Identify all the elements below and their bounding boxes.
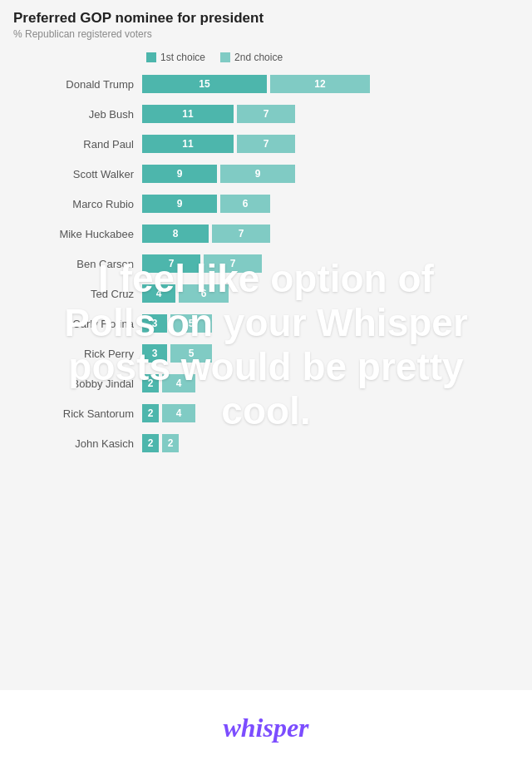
bar-2nd-choice: 9 (220, 165, 295, 183)
bar-2nd-choice: 7 (212, 225, 270, 243)
legend-label-1st: 1st choice (160, 52, 205, 63)
legend-color-2nd (220, 52, 230, 62)
bar-1st-choice: 8 (142, 225, 209, 243)
bar-row: Ted Cruz46 (13, 281, 519, 306)
bar-2nd-choice: 2 (162, 434, 179, 452)
bar-1st-choice: 7 (142, 254, 200, 273)
bars-group: 117 (142, 135, 295, 153)
footer: whisper (0, 690, 532, 765)
bars-group: 46 (142, 284, 229, 303)
legend-item-2nd: 2nd choice (220, 52, 283, 63)
chart-title: Preferred GOP nominee for president (13, 10, 519, 27)
bars-group: 24 (142, 374, 195, 392)
bar-label: Mike Huckabee (13, 228, 142, 240)
chart-subtitle: % Republican registered voters (13, 28, 519, 40)
bar-row: Donald Trump1512 (13, 72, 519, 96)
bar-row: Bobby Jindal24 (13, 371, 519, 396)
bar-row: Rick Perry35 (13, 341, 519, 366)
bar-1st-choice: 9 (142, 195, 217, 213)
bar-1st-choice: 2 (142, 434, 159, 452)
bars-group: 1512 (142, 75, 370, 93)
bars-group: 35 (142, 314, 212, 333)
bar-2nd-choice: 12 (270, 75, 370, 93)
bars-group: 22 (142, 434, 179, 452)
bar-1st-choice: 11 (142, 135, 234, 153)
bar-label: Scott Walker (13, 168, 142, 180)
bar-1st-choice: 3 (142, 344, 167, 363)
bar-label: Marco Rubio (13, 198, 142, 210)
bars-group: 24 (142, 404, 195, 422)
bar-label: Rand Paul (13, 138, 142, 151)
bar-label: John Kasich (13, 437, 142, 450)
bar-1st-choice: 2 (142, 374, 159, 392)
bar-label: Ben Carson (13, 258, 142, 270)
bar-label: Carly Fiorina (13, 318, 142, 330)
bar-row: Mike Huckabee87 (13, 221, 519, 246)
legend: 1st choice 2nd choice (146, 52, 519, 63)
bar-row: John Kasich22 (13, 431, 519, 456)
bar-2nd-choice: 5 (170, 314, 212, 333)
bar-1st-choice: 11 (142, 105, 234, 123)
legend-label-2nd: 2nd choice (234, 52, 283, 63)
bar-label: Bobby Jindal (13, 378, 142, 390)
bar-row: Carly Fiorina35 (13, 311, 519, 336)
bar-2nd-choice: 4 (162, 374, 195, 392)
bar-2nd-choice: 5 (170, 344, 212, 363)
bars-group: 96 (142, 195, 270, 213)
bar-row: Rick Santorum24 (13, 401, 519, 426)
bar-row: Ben Carson77 (13, 251, 519, 276)
bars-area: Donald Trump1512Jeb Bush117Rand Paul117S… (13, 72, 519, 456)
bar-label: Rick Santorum (13, 407, 142, 420)
bar-2nd-choice: 7 (237, 135, 295, 153)
bar-label: Rick Perry (13, 348, 142, 360)
bar-label: Ted Cruz (13, 288, 142, 300)
bar-row: Marco Rubio96 (13, 191, 519, 216)
bar-1st-choice: 15 (142, 75, 267, 93)
bar-1st-choice: 4 (142, 284, 175, 303)
bar-1st-choice: 3 (142, 314, 167, 333)
bar-2nd-choice: 7 (204, 254, 262, 273)
bars-group: 35 (142, 344, 212, 363)
bar-2nd-choice: 4 (162, 404, 195, 422)
legend-color-1st (146, 52, 156, 62)
bar-row: Jeb Bush117 (13, 101, 519, 126)
legend-item-1st: 1st choice (146, 52, 205, 63)
bars-group: 117 (142, 105, 295, 123)
bar-row: Scott Walker99 (13, 161, 519, 186)
chart-container: Preferred GOP nominee for president % Re… (0, 0, 532, 690)
bars-group: 87 (142, 225, 270, 243)
bar-1st-choice: 9 (142, 165, 217, 183)
bar-2nd-choice: 7 (237, 105, 295, 123)
bars-group: 77 (142, 254, 262, 273)
bars-group: 99 (142, 165, 295, 183)
bar-row: Rand Paul117 (13, 131, 519, 156)
bar-1st-choice: 2 (142, 404, 159, 422)
bar-2nd-choice: 6 (179, 284, 229, 303)
bar-label: Donald Trump (13, 78, 142, 91)
bar-2nd-choice: 6 (220, 195, 270, 213)
whisper-logo: whisper (223, 713, 308, 743)
bar-label: Jeb Bush (13, 108, 142, 121)
